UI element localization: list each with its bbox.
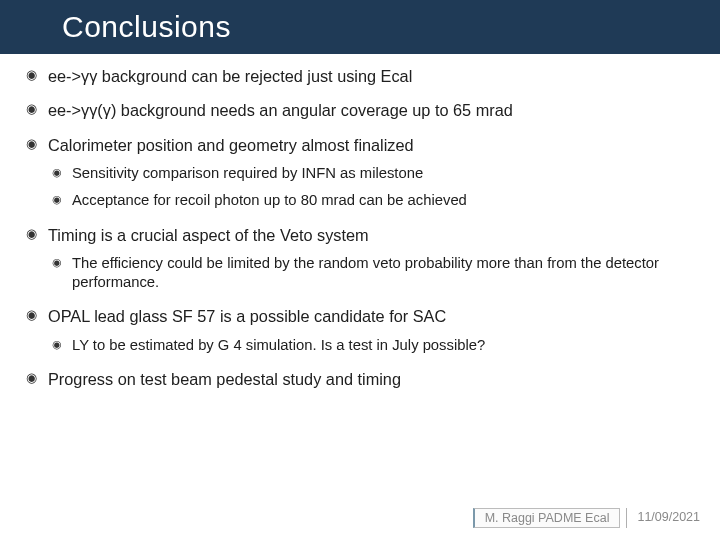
bullet-item: Progress on test beam pedestal study and… (24, 369, 690, 389)
bullet-item: OPAL lead glass SF 57 is a possible cand… (24, 306, 690, 355)
sub-bullet-item: LY to be estimated by G 4 simulation. Is… (48, 336, 690, 355)
bullet-item: Timing is a crucial aspect of the Veto s… (24, 225, 690, 293)
footer: M. Raggi PADME Ecal 11/09/2021 (473, 508, 710, 528)
sub-list: LY to be estimated by G 4 simulation. Is… (48, 336, 690, 355)
sub-bullet-text: LY to be estimated by G 4 simulation. Is… (72, 337, 485, 353)
footer-date: 11/09/2021 (626, 508, 710, 528)
bullet-text: Progress on test beam pedestal study and… (48, 370, 401, 388)
sub-list: Sensitivity comparison required by INFN … (48, 164, 690, 210)
sub-bullet-text: Sensitivity comparison required by INFN … (72, 165, 423, 181)
sub-list: The efficiency could be limited by the r… (48, 254, 690, 292)
bullet-item: ee->γγ(γ) background needs an angular co… (24, 100, 690, 120)
slide: Conclusions ee->γγ background can be rej… (0, 0, 720, 540)
bullet-text: Calorimeter position and geometry almost… (48, 136, 414, 154)
sub-bullet-item: Sensitivity comparison required by INFN … (48, 164, 690, 183)
bullet-item: Calorimeter position and geometry almost… (24, 135, 690, 211)
bullet-list: ee->γγ background can be rejected just u… (24, 66, 690, 389)
title-bar: Conclusions (0, 0, 720, 54)
bullet-text: ee->γγ background can be rejected just u… (48, 67, 412, 85)
sub-bullet-item: Acceptance for recoil photon up to 80 mr… (48, 191, 690, 210)
bullet-text: OPAL lead glass SF 57 is a possible cand… (48, 307, 446, 325)
bullet-text: ee->γγ(γ) background needs an angular co… (48, 101, 513, 119)
sub-bullet-text: Acceptance for recoil photon up to 80 mr… (72, 192, 467, 208)
footer-author: M. Raggi PADME Ecal (473, 508, 621, 528)
slide-title: Conclusions (62, 10, 231, 44)
bullet-text: Timing is a crucial aspect of the Veto s… (48, 226, 369, 244)
sub-bullet-text: The efficiency could be limited by the r… (72, 255, 659, 290)
bullet-item: ee->γγ background can be rejected just u… (24, 66, 690, 86)
slide-body: ee->γγ background can be rejected just u… (0, 54, 720, 540)
sub-bullet-item: The efficiency could be limited by the r… (48, 254, 690, 292)
